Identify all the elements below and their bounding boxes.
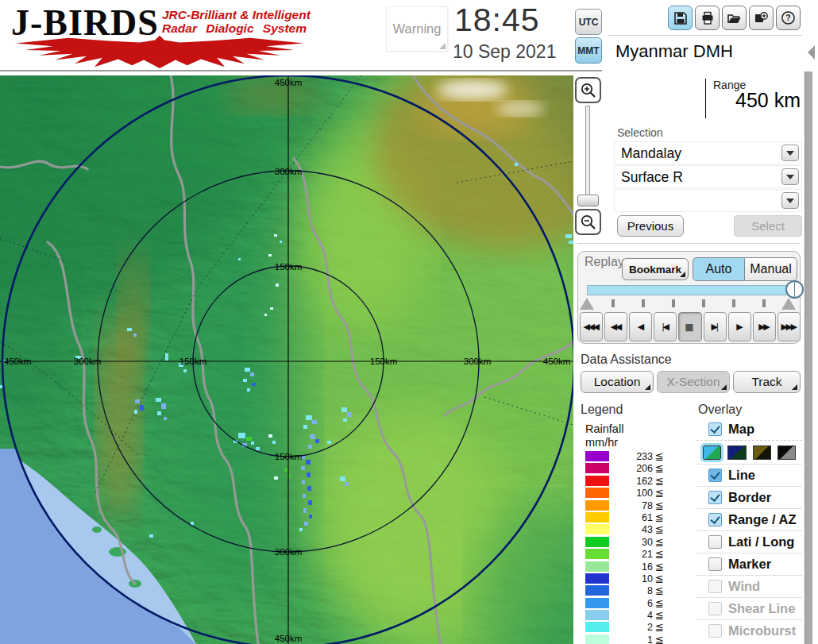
clock-date: 10 Sep 2021	[453, 41, 556, 63]
checked-checkbox[interactable]	[708, 513, 722, 526]
jbirds-app: J-BIRDS JRC-Brilliant & Intelligent Rada…	[0, 0, 818, 644]
rain-echo	[247, 388, 250, 391]
rain-echo	[301, 466, 305, 470]
legend-row: 233≦	[577, 450, 685, 462]
overlay-row-microburst[interactable]: Microburst	[696, 619, 802, 642]
x-section-button[interactable]: X-Section	[657, 371, 730, 393]
unchecked-checkbox	[708, 580, 722, 593]
playback-button-2[interactable]: ◀	[629, 312, 652, 341]
map-style-swatch[interactable]	[727, 445, 746, 460]
checked-checkbox[interactable]	[708, 469, 722, 482]
help-icon: ?	[781, 10, 796, 25]
ring-label: 150km	[179, 357, 207, 366]
option-dropdown-arrow[interactable]	[781, 192, 799, 209]
panel-collapse-arrow-icon[interactable]	[808, 45, 815, 60]
overlay-row-marker[interactable]: Marker	[696, 553, 802, 575]
rain-echo	[165, 353, 168, 361]
rain-echo	[308, 445, 312, 449]
legend-value: 162	[611, 476, 653, 487]
replay-end-marker[interactable]	[781, 298, 796, 310]
mmt-button[interactable]: MMT	[575, 37, 602, 64]
overlay-row-lati-long[interactable]: Lati / Long	[696, 530, 802, 553]
legend-unit: mm/hr	[585, 436, 618, 449]
map-style-swatch[interactable]	[753, 445, 771, 460]
product-dropdown-arrow[interactable]	[781, 168, 799, 185]
playback-button-4[interactable]: ■	[678, 312, 701, 341]
legend-color-swatch	[585, 451, 609, 461]
print-icon	[700, 11, 715, 25]
playback-button-0[interactable]: ◀◀◀	[580, 312, 603, 341]
overlay-row-wind[interactable]: Wind	[696, 575, 802, 597]
radar-map[interactable]: 450km300km150km150km300km450km450km300km…	[0, 75, 573, 644]
playback-button-6[interactable]: ▶	[728, 312, 751, 341]
overlay-row-line[interactable]: Line	[696, 464, 802, 486]
playback-button-3[interactable]: |◀	[654, 312, 677, 341]
rain-echo	[565, 234, 572, 238]
overlay-row-range-az[interactable]: Range / AZ	[696, 508, 802, 530]
legend-row: 1≦	[577, 634, 685, 644]
capture-button[interactable]	[749, 6, 774, 30]
section-divider	[577, 243, 801, 244]
map-zoom-slider-track[interactable]	[585, 106, 590, 202]
rain-echo	[515, 163, 518, 166]
utc-button[interactable]: UTC	[575, 9, 602, 35]
rain-echo	[191, 522, 194, 525]
overlay-item-label: Border	[728, 490, 771, 505]
overlay-item-label: Microburst	[728, 623, 796, 638]
previous-button[interactable]: Previous	[617, 215, 684, 237]
playback-button-7[interactable]: ▶▶	[753, 312, 776, 341]
rain-echo	[345, 482, 349, 486]
timeline-tick	[642, 299, 645, 307]
legend-value: 61	[611, 512, 653, 523]
replay-timeline-track[interactable]	[587, 285, 796, 295]
map-zoom-in-button[interactable]	[575, 77, 601, 103]
legend-color-swatch	[585, 622, 609, 632]
help-button[interactable]: ?	[776, 6, 801, 30]
warning-indicator[interactable]: Warning	[386, 6, 448, 52]
select-button: Select	[734, 215, 802, 237]
site-dropdown[interactable]: Mandalay	[614, 141, 802, 164]
unchecked-checkbox[interactable]	[708, 535, 722, 549]
unchecked-checkbox	[708, 602, 722, 615]
overlay-row-border[interactable]: Border	[696, 486, 802, 508]
track-button[interactable]: Track	[733, 371, 801, 393]
unchecked-checkbox[interactable]	[708, 557, 722, 571]
replay-start-marker[interactable]	[580, 298, 594, 310]
legend-color-swatch	[585, 476, 609, 486]
map-zoom-slider-thumb[interactable]	[577, 195, 599, 206]
save-button[interactable]	[668, 6, 693, 30]
overlay-item-label: Range / AZ	[728, 512, 797, 527]
legend-panel: Rainfall mm/hr 233≦206≦162≦100≦78≦61≦43≦…	[577, 418, 685, 644]
legend-lte-symbol: ≦	[655, 561, 664, 573]
rain-echo	[303, 508, 307, 513]
open-file-button[interactable]	[722, 6, 747, 30]
checked-checkbox[interactable]	[708, 422, 722, 436]
print-button[interactable]	[695, 6, 720, 30]
ring-label: 300km	[464, 357, 492, 366]
auto-button[interactable]: Auto	[693, 257, 745, 281]
site-dropdown-arrow[interactable]	[781, 145, 799, 161]
option-dropdown[interactable]	[614, 189, 802, 212]
map-zoom-out-button[interactable]	[575, 209, 601, 235]
rain-echo	[343, 418, 347, 422]
legend-scale: 233≦206≦162≦100≦78≦61≦43≦30≦21≦16≦10≦8≦6…	[577, 450, 685, 644]
product-dropdown[interactable]: Surface R	[614, 165, 802, 188]
svg-text:?: ?	[785, 13, 790, 22]
playback-button-8[interactable]: ▶▶▶	[777, 312, 801, 341]
legend-row: 162≦	[577, 475, 685, 487]
manual-button[interactable]: Manual	[745, 257, 797, 281]
overlay-row-map[interactable]: Map	[696, 418, 802, 440]
playback-button-1[interactable]: ◀◀	[604, 312, 627, 341]
legend-value: 233	[611, 451, 653, 462]
playback-button-5[interactable]: ▶|	[704, 312, 727, 341]
checked-checkbox[interactable]	[708, 491, 722, 504]
bookmark-button[interactable]: Bookmark	[622, 258, 689, 280]
legend-value: 43	[611, 524, 653, 535]
map-style-swatch-selected[interactable]	[703, 445, 721, 460]
legend-value: 10	[611, 573, 653, 584]
map-style-swatch[interactable]	[777, 445, 796, 460]
panel-scrollbar[interactable]	[804, 71, 812, 644]
location-button[interactable]: Location	[581, 371, 654, 393]
overlay-row-shear-line[interactable]: Shear Line	[696, 597, 802, 619]
replay-timeline-handle[interactable]	[785, 280, 804, 299]
